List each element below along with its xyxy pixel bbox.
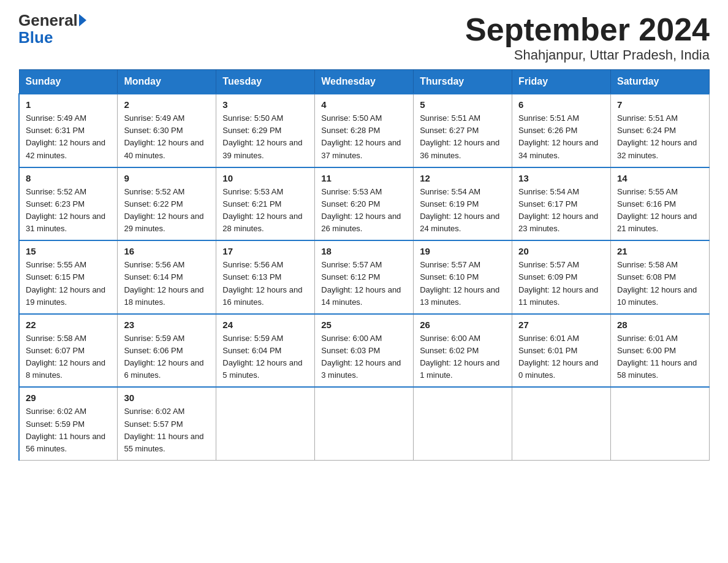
header-sunday: Sunday bbox=[19, 70, 118, 94]
calendar-cell: 19 Sunrise: 5:57 AMSunset: 6:10 PMDaylig… bbox=[414, 240, 512, 314]
day-info: Sunrise: 5:51 AMSunset: 6:26 PMDaylight:… bbox=[518, 113, 598, 159]
day-number: 20 bbox=[518, 246, 604, 256]
day-number: 14 bbox=[617, 173, 703, 183]
calendar-cell: 2 Sunrise: 5:49 AMSunset: 6:30 PMDayligh… bbox=[118, 94, 216, 167]
day-info: Sunrise: 5:56 AMSunset: 6:13 PMDaylight:… bbox=[222, 260, 302, 306]
day-info: Sunrise: 6:02 AMSunset: 5:57 PMDaylight:… bbox=[124, 407, 203, 453]
day-info: Sunrise: 5:50 AMSunset: 6:28 PMDaylight:… bbox=[321, 113, 401, 159]
title-area: September 2024 Shahjanpur, Uttar Pradesh… bbox=[465, 12, 710, 63]
day-info: Sunrise: 5:54 AMSunset: 6:19 PMDaylight:… bbox=[420, 187, 499, 233]
calendar-title: September 2024 bbox=[465, 12, 710, 47]
day-info: Sunrise: 5:59 AMSunset: 6:06 PMDaylight:… bbox=[124, 334, 203, 380]
calendar-cell: 18 Sunrise: 5:57 AMSunset: 6:12 PMDaylig… bbox=[315, 240, 414, 314]
calendar-cell: 30 Sunrise: 6:02 AMSunset: 5:57 PMDaylig… bbox=[118, 387, 216, 460]
day-info: Sunrise: 5:58 AMSunset: 6:08 PMDaylight:… bbox=[617, 260, 697, 306]
calendar-cell: 29 Sunrise: 6:02 AMSunset: 5:59 PMDaylig… bbox=[19, 387, 118, 460]
calendar-cell: 25 Sunrise: 6:00 AMSunset: 6:03 PMDaylig… bbox=[315, 314, 414, 388]
day-info: Sunrise: 6:01 AMSunset: 6:00 PMDaylight:… bbox=[617, 334, 697, 380]
day-number: 23 bbox=[124, 320, 210, 330]
day-info: Sunrise: 5:51 AMSunset: 6:24 PMDaylight:… bbox=[617, 113, 697, 159]
day-number: 22 bbox=[26, 320, 111, 330]
week-row-1: 1 Sunrise: 5:49 AMSunset: 6:31 PMDayligh… bbox=[19, 94, 710, 167]
calendar-cell bbox=[414, 387, 512, 460]
day-info: Sunrise: 6:00 AMSunset: 6:02 PMDaylight:… bbox=[420, 334, 499, 380]
day-info: Sunrise: 5:52 AMSunset: 6:23 PMDaylight:… bbox=[26, 187, 105, 233]
day-info: Sunrise: 5:52 AMSunset: 6:22 PMDaylight:… bbox=[124, 187, 203, 233]
calendar-cell: 26 Sunrise: 6:00 AMSunset: 6:02 PMDaylig… bbox=[414, 314, 512, 388]
calendar-cell: 13 Sunrise: 5:54 AMSunset: 6:17 PMDaylig… bbox=[512, 167, 611, 241]
day-number: 28 bbox=[617, 320, 703, 330]
day-number: 30 bbox=[124, 393, 210, 403]
day-info: Sunrise: 5:57 AMSunset: 6:09 PMDaylight:… bbox=[518, 260, 598, 306]
day-info: Sunrise: 6:00 AMSunset: 6:03 PMDaylight:… bbox=[321, 334, 401, 380]
day-info: Sunrise: 6:01 AMSunset: 6:01 PMDaylight:… bbox=[518, 334, 598, 380]
logo-arrow-icon bbox=[79, 14, 86, 26]
day-info: Sunrise: 5:51 AMSunset: 6:27 PMDaylight:… bbox=[420, 113, 499, 159]
header-tuesday: Tuesday bbox=[216, 70, 315, 94]
day-number: 24 bbox=[222, 320, 308, 330]
day-info: Sunrise: 5:58 AMSunset: 6:07 PMDaylight:… bbox=[26, 334, 105, 380]
day-number: 1 bbox=[26, 99, 111, 110]
day-number: 17 bbox=[222, 246, 308, 256]
header-thursday: Thursday bbox=[414, 70, 512, 94]
calendar-cell bbox=[611, 387, 710, 460]
logo-general: General bbox=[18, 12, 78, 28]
day-info: Sunrise: 5:55 AMSunset: 6:16 PMDaylight:… bbox=[617, 187, 697, 233]
day-info: Sunrise: 5:53 AMSunset: 6:21 PMDaylight:… bbox=[222, 187, 302, 233]
calendar-cell: 6 Sunrise: 5:51 AMSunset: 6:26 PMDayligh… bbox=[512, 94, 611, 167]
calendar-cell bbox=[216, 387, 315, 460]
calendar-cell: 24 Sunrise: 5:59 AMSunset: 6:04 PMDaylig… bbox=[216, 314, 315, 388]
day-number: 5 bbox=[420, 99, 506, 110]
calendar-cell: 14 Sunrise: 5:55 AMSunset: 6:16 PMDaylig… bbox=[611, 167, 710, 241]
calendar-cell: 1 Sunrise: 5:49 AMSunset: 6:31 PMDayligh… bbox=[19, 94, 118, 167]
day-info: Sunrise: 5:56 AMSunset: 6:14 PMDaylight:… bbox=[124, 260, 203, 306]
header-friday: Friday bbox=[512, 70, 611, 94]
header-saturday: Saturday bbox=[611, 70, 710, 94]
day-number: 9 bbox=[124, 173, 210, 183]
calendar-table: Sunday Monday Tuesday Wednesday Thursday… bbox=[18, 69, 710, 461]
calendar-cell: 12 Sunrise: 5:54 AMSunset: 6:19 PMDaylig… bbox=[414, 167, 512, 241]
calendar-cell: 5 Sunrise: 5:51 AMSunset: 6:27 PMDayligh… bbox=[414, 94, 512, 167]
day-info: Sunrise: 5:59 AMSunset: 6:04 PMDaylight:… bbox=[222, 334, 302, 380]
calendar-cell bbox=[315, 387, 414, 460]
day-info: Sunrise: 5:57 AMSunset: 6:10 PMDaylight:… bbox=[420, 260, 499, 306]
calendar-cell: 22 Sunrise: 5:58 AMSunset: 6:07 PMDaylig… bbox=[19, 314, 118, 388]
page-header: General Blue September 2024 Shahjanpur, … bbox=[18, 12, 710, 63]
calendar-cell bbox=[512, 387, 611, 460]
calendar-cell: 21 Sunrise: 5:58 AMSunset: 6:08 PMDaylig… bbox=[611, 240, 710, 314]
calendar-cell: 16 Sunrise: 5:56 AMSunset: 6:14 PMDaylig… bbox=[118, 240, 216, 314]
day-info: Sunrise: 5:54 AMSunset: 6:17 PMDaylight:… bbox=[518, 187, 598, 233]
day-number: 18 bbox=[321, 246, 407, 256]
calendar-cell: 9 Sunrise: 5:52 AMSunset: 6:22 PMDayligh… bbox=[118, 167, 216, 241]
calendar-cell: 7 Sunrise: 5:51 AMSunset: 6:24 PMDayligh… bbox=[611, 94, 710, 167]
day-number: 4 bbox=[321, 99, 407, 110]
day-number: 19 bbox=[420, 246, 506, 256]
logo: General Blue bbox=[18, 12, 88, 47]
day-info: Sunrise: 5:55 AMSunset: 6:15 PMDaylight:… bbox=[26, 260, 105, 306]
day-number: 29 bbox=[26, 393, 111, 403]
week-row-3: 15 Sunrise: 5:55 AMSunset: 6:15 PMDaylig… bbox=[19, 240, 710, 314]
day-info: Sunrise: 5:57 AMSunset: 6:12 PMDaylight:… bbox=[321, 260, 401, 306]
day-info: Sunrise: 6:02 AMSunset: 5:59 PMDaylight:… bbox=[26, 407, 105, 453]
week-row-2: 8 Sunrise: 5:52 AMSunset: 6:23 PMDayligh… bbox=[19, 167, 710, 241]
calendar-cell: 4 Sunrise: 5:50 AMSunset: 6:28 PMDayligh… bbox=[315, 94, 414, 167]
day-number: 27 bbox=[518, 320, 604, 330]
day-number: 3 bbox=[222, 99, 308, 110]
calendar-cell: 17 Sunrise: 5:56 AMSunset: 6:13 PMDaylig… bbox=[216, 240, 315, 314]
day-number: 16 bbox=[124, 246, 210, 256]
calendar-subtitle: Shahjanpur, Uttar Pradesh, India bbox=[465, 47, 710, 63]
day-number: 26 bbox=[420, 320, 506, 330]
day-info: Sunrise: 5:50 AMSunset: 6:29 PMDaylight:… bbox=[222, 113, 302, 159]
day-number: 2 bbox=[124, 99, 210, 110]
week-row-5: 29 Sunrise: 6:02 AMSunset: 5:59 PMDaylig… bbox=[19, 387, 710, 460]
calendar-cell: 20 Sunrise: 5:57 AMSunset: 6:09 PMDaylig… bbox=[512, 240, 611, 314]
calendar-cell: 10 Sunrise: 5:53 AMSunset: 6:21 PMDaylig… bbox=[216, 167, 315, 241]
day-info: Sunrise: 5:53 AMSunset: 6:20 PMDaylight:… bbox=[321, 187, 401, 233]
calendar-cell: 28 Sunrise: 6:01 AMSunset: 6:00 PMDaylig… bbox=[611, 314, 710, 388]
day-number: 6 bbox=[518, 99, 604, 110]
day-number: 15 bbox=[26, 246, 111, 256]
day-number: 25 bbox=[321, 320, 407, 330]
calendar-cell: 11 Sunrise: 5:53 AMSunset: 6:20 PMDaylig… bbox=[315, 167, 414, 241]
calendar-cell: 15 Sunrise: 5:55 AMSunset: 6:15 PMDaylig… bbox=[19, 240, 118, 314]
day-number: 21 bbox=[617, 246, 703, 256]
